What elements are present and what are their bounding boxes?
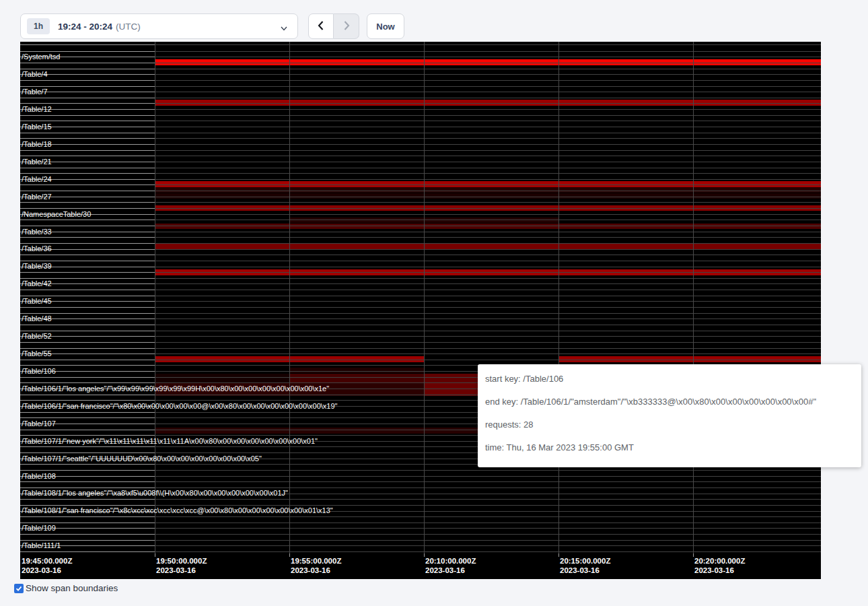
span-boundary-line [20, 51, 821, 52]
row-label: /Table/7 [22, 88, 48, 96]
span-boundary-line [20, 191, 821, 191]
span-boundary-line [20, 127, 821, 127]
row-label: /Table/33 [22, 228, 52, 236]
time-tick-label: 20:10:00.000Z2023-03-16 [425, 556, 476, 575]
span-boundary-line [20, 249, 821, 250]
span-boundary-line [20, 283, 821, 284]
time-tick-mark [155, 553, 155, 557]
heat-band[interactable] [155, 374, 289, 382]
span-boundary-line [20, 92, 821, 92]
span-boundary-line [20, 197, 821, 197]
row-label: /Table/27 [22, 193, 52, 201]
span-boundary-line [20, 138, 821, 139]
span-boundary-line [20, 551, 821, 552]
time-tick-mark [289, 553, 290, 557]
toolbar: 1h 19:24 - 20:24 (UTC) Now [0, 0, 868, 42]
tooltip-start-key: start key: /Table/106 [485, 368, 861, 391]
row-label: /Table/52 [22, 332, 52, 340]
tooltip-requests: requests: 28 [485, 413, 861, 436]
heat-band[interactable] [155, 193, 821, 199]
row-label: /Table/15 [22, 123, 52, 131]
span-boundary-line [20, 255, 821, 255]
time-tick-label: 20:20:00.000Z2023-03-16 [694, 556, 745, 575]
span-boundary-line [20, 80, 821, 81]
row-label: /Table/4 [22, 70, 48, 78]
span-boundary-line [20, 318, 821, 319]
row-label: /Table/108/1/"san francisco"/"\x8c\xcc\x… [22, 506, 333, 514]
heat-band[interactable] [424, 374, 478, 382]
span-boundary-line [20, 86, 821, 87]
span-boundary-line [20, 540, 821, 541]
row-label: /Table/108/1/"los angeles"/"\xa8\xf5\u00… [22, 489, 288, 497]
span-boundaries-checkbox[interactable] [14, 584, 24, 593]
span-boundary-line [20, 214, 821, 215]
span-boundary-line [20, 208, 821, 209]
heat-band[interactable] [155, 187, 821, 193]
span-boundary-line [20, 173, 821, 174]
heat-band[interactable] [155, 428, 478, 434]
span-boundaries-label: Show span boundaries [26, 583, 118, 593]
row-label: /Table/45 [22, 297, 52, 305]
span-boundary-line [20, 528, 821, 529]
time-tick-label: 20:15:00.000Z2023-03-16 [560, 556, 610, 575]
span-boundary-line [20, 348, 821, 349]
row-label: /Table/24 [22, 175, 52, 183]
span-boundary-line [20, 44, 821, 45]
heat-band[interactable] [289, 374, 424, 382]
span-boundary-line [20, 74, 821, 75]
span-boundary-line [20, 150, 821, 151]
span-boundary-line [20, 476, 821, 477]
span-boundary-line [20, 237, 821, 238]
span-boundary-line [20, 63, 821, 63]
span-boundary-line [20, 156, 821, 156]
time-gridline [693, 42, 694, 553]
span-boundary-line [20, 69, 821, 69]
time-range-label: 19:24 - 20:24 [58, 22, 112, 32]
keyvisualizer[interactable]: /System/tsd/Table/4/Table/7/Table/12/Tab… [20, 42, 821, 579]
heat-band[interactable] [155, 181, 821, 187]
span-boundary-line [20, 179, 821, 180]
prev-time-button[interactable] [308, 13, 334, 39]
span-boundary-line [20, 354, 821, 354]
row-label: /Table/36 [22, 244, 52, 252]
span-boundary-line [20, 57, 821, 57]
heat-band[interactable] [155, 243, 821, 249]
row-label: /Table/21 [22, 158, 52, 166]
span-boundary-line [20, 313, 821, 314]
span-boundary-line [20, 290, 821, 290]
tooltip: start key: /Table/106 end key: /Table/10… [478, 364, 861, 467]
row-label: /Table/12 [22, 105, 52, 113]
time-tick-mark [693, 553, 694, 557]
span-boundary-line [20, 98, 821, 98]
row-label: /Table/107 [22, 419, 56, 428]
row-label: /Table/109 [22, 524, 56, 532]
span-boundary-line [20, 243, 821, 244]
row-label: /Table/107/1/"new york"/"\x11\x11\x11\x1… [22, 437, 318, 445]
span-boundary-line [20, 499, 821, 500]
span-boundary-line [20, 534, 821, 535]
heat-band[interactable] [155, 100, 821, 106]
heat-band[interactable] [289, 368, 424, 373]
span-boundary-line [20, 307, 821, 308]
time-gridline [424, 42, 425, 553]
time-tick-mark [424, 553, 425, 557]
time-gridline [558, 42, 559, 553]
row-label: /Table/39 [22, 262, 52, 270]
span-boundary-line [20, 523, 821, 523]
row-label: /Table/106 [22, 367, 56, 375]
row-label: /Table/108 [22, 472, 56, 480]
time-tick-label: 19:55:00.000Z2023-03-16 [291, 556, 341, 575]
span-boundaries-toggle[interactable]: Show span boundaries [14, 583, 118, 593]
time-preset-badge: 1h [27, 18, 50, 34]
row-label: /Table/106/1/"san francisco"/"\x80\x00\x… [22, 402, 338, 410]
now-button[interactable]: Now [367, 13, 404, 39]
span-boundary-line [20, 336, 821, 337]
row-label: /Table/18 [22, 140, 52, 148]
next-time-button[interactable] [334, 13, 359, 39]
span-boundary-line [20, 162, 821, 162]
span-boundary-line [20, 296, 821, 296]
time-gridline [289, 42, 290, 553]
span-boundary-line [20, 121, 821, 121]
timezone-label: (UTC) [116, 22, 141, 32]
time-range-selector[interactable]: 1h 19:24 - 20:24 (UTC) [20, 13, 298, 39]
